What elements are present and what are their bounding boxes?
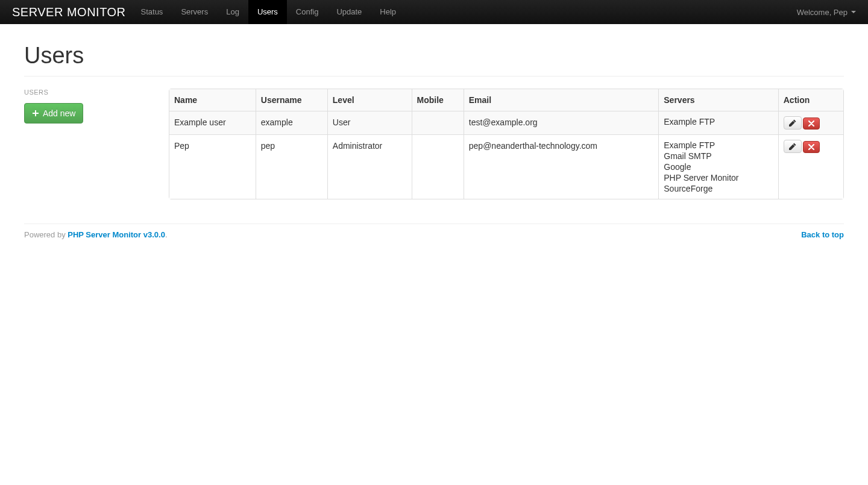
nav-item-servers[interactable]: Servers [172,0,217,24]
page-header: Users [24,24,844,77]
nav-user-menu[interactable]: Welcome, Pep [797,8,856,17]
server-item: Google [664,161,773,172]
page-title: Users [24,42,844,70]
close-icon [808,144,814,150]
nav-item-update[interactable]: Update [327,0,371,24]
nav-item-config[interactable]: Config [287,0,328,24]
sidebar: USERS Add new [24,89,157,199]
cell-name: Pep [169,134,256,199]
table-body: Example userexampleUsertest@example.orgE… [169,111,843,199]
plus-icon [32,110,39,117]
main-content: NameUsernameLevelMobileEmailServersActio… [169,89,844,199]
server-item: Example FTP [664,116,773,127]
sidebar-header: USERS [24,89,157,96]
cell-name: Example user [169,111,256,134]
users-table: NameUsernameLevelMobileEmailServersActio… [169,89,844,199]
welcome-text: Welcome, Pep [797,8,848,17]
col-mobile: Mobile [412,89,464,111]
chevron-down-icon [851,11,856,13]
brand[interactable]: SERVER MONITOR [12,5,126,19]
table-row: Example userexampleUsertest@example.orgE… [169,111,843,134]
table-row: PeppepAdministratorpep@neanderthal-techn… [169,134,843,199]
add-new-label: Add new [43,107,75,119]
col-username: Username [256,89,327,111]
server-item: Example FTP [664,140,773,151]
cell-action [778,111,843,134]
col-action: Action [778,89,843,111]
cell-username: pep [256,134,327,199]
cell-username: example [256,111,327,134]
delete-button[interactable] [803,141,820,153]
col-level: Level [327,89,412,111]
edit-button[interactable] [784,140,802,153]
cell-level: Administrator [327,134,412,199]
cell-email: pep@neanderthal-technology.com [464,134,659,199]
col-name: Name [169,89,256,111]
cell-action [778,134,843,199]
cell-servers: Example FTP [658,111,778,134]
powered-link[interactable]: PHP Server Monitor v3.0.0 [68,230,165,239]
add-new-button[interactable]: Add new [24,103,83,124]
pencil-icon [789,119,796,127]
back-to-top-link[interactable]: Back to top [801,230,844,239]
cell-mobile [412,134,464,199]
delete-button[interactable] [803,117,820,130]
cell-email: test@example.org [464,111,659,134]
edit-button[interactable] [784,116,802,130]
col-servers: Servers [658,89,778,111]
server-item: SourceForge [664,183,773,194]
server-item: Gmail SMTP [664,151,773,161]
cell-level: User [327,111,412,134]
cell-mobile [412,111,464,134]
navbar: SERVER MONITOR StatusServersLogUsersConf… [0,0,868,24]
cell-servers: Example FTPGmail SMTPGooglePHP Server Mo… [658,134,778,199]
table-header-row: NameUsernameLevelMobileEmailServersActio… [169,89,843,111]
col-email: Email [464,89,659,111]
close-icon [808,120,814,127]
nav-item-status[interactable]: Status [132,0,172,24]
footer: Powered by PHP Server Monitor v3.0.0. Ba… [24,224,844,257]
nav-item-users[interactable]: Users [248,0,287,24]
nav-item-log[interactable]: Log [217,0,248,24]
nav-main: StatusServersLogUsersConfigUpdateHelp [132,0,406,24]
powered-by: Powered by PHP Server Monitor v3.0.0. [24,230,168,239]
nav-item-help[interactable]: Help [371,0,405,24]
server-item: PHP Server Monitor [664,172,773,183]
pencil-icon [789,143,796,150]
